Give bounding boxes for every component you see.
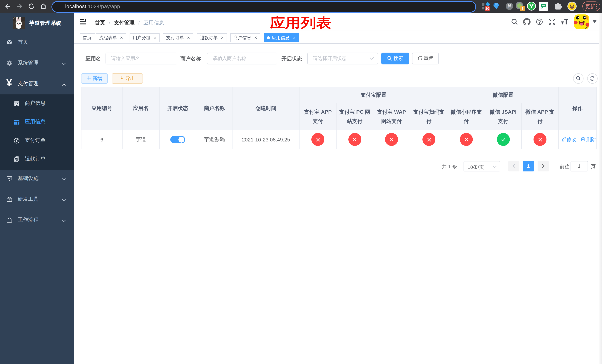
svg-text:1: 1 bbox=[521, 7, 524, 11]
svg-text:10: 10 bbox=[485, 7, 489, 11]
svg-text:⌘: ⌘ bbox=[507, 3, 512, 9]
